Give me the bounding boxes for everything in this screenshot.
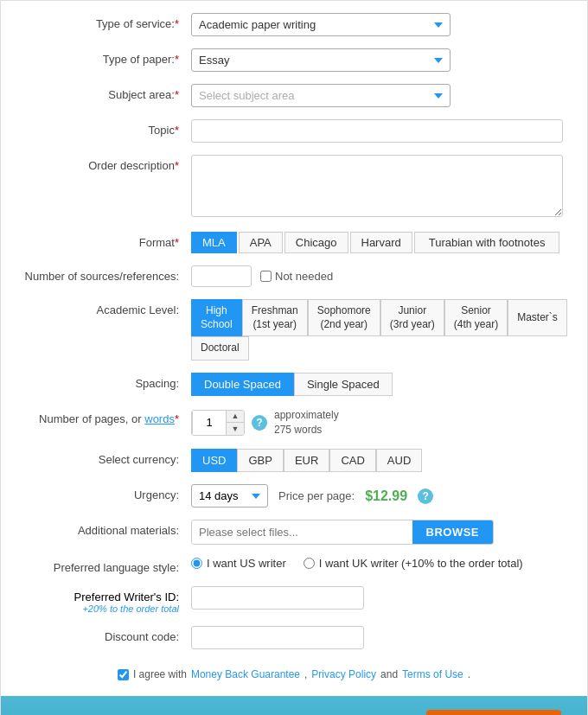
spacing-label: Spacing: xyxy=(18,373,191,390)
subject-area-control: Select subject area Biology Chemistry Hi… xyxy=(191,84,570,107)
pages-down-button[interactable]: ▼ xyxy=(227,423,244,435)
level-senior-button[interactable]: Senior(4th year) xyxy=(444,299,508,336)
level-button-group: HighSchool Freshman(1st year) Sophomore(… xyxy=(191,299,570,361)
language-row: Preferred language style: I want US writ… xyxy=(18,557,570,574)
format-mla-button[interactable]: MLA xyxy=(191,232,237,253)
subject-area-row: Subject area:* Select subject area Biolo… xyxy=(18,84,570,107)
terms-of-use-link[interactable]: Terms of Use xyxy=(402,668,463,680)
words-link[interactable]: words xyxy=(144,412,175,425)
currency-control: USD GBP EUR CAD AUD xyxy=(191,449,570,472)
materials-control: BROWSE xyxy=(191,520,570,545)
materials-label: Additional materials: xyxy=(18,520,191,537)
browse-button[interactable]: BROWSE xyxy=(412,520,494,544)
writer-id-label-col: Preferred Writer's ID: +20% to the order… xyxy=(18,586,191,614)
pages-help-icon[interactable]: ? xyxy=(252,415,267,431)
format-turabian-button[interactable]: Turabian with footnotes xyxy=(414,232,560,253)
spacing-single-button[interactable]: Single Spaced xyxy=(294,373,393,396)
sources-row: Number of sources/references: Not needed xyxy=(18,265,570,287)
format-harvard-button[interactable]: Harvard xyxy=(350,232,412,253)
topic-row: Topic* xyxy=(18,119,570,143)
type-of-service-control: Academic paper writing Editing Proofread… xyxy=(191,13,570,36)
language-control: I want US writer I want UK writer (+10% … xyxy=(191,557,570,570)
agreement-checkbox[interactable] xyxy=(118,669,129,680)
level-doctoral-button[interactable]: Doctoral xyxy=(191,336,249,361)
order-description-textarea[interactable] xyxy=(191,155,563,217)
materials-area: BROWSE xyxy=(191,520,494,545)
currency-row: Select currency: USD GBP EUR CAD AUD xyxy=(18,449,570,472)
writer-id-input[interactable] xyxy=(191,586,364,610)
currency-usd-button[interactable]: USD xyxy=(191,449,237,472)
level-highschool-button[interactable]: HighSchool xyxy=(191,299,242,336)
pages-input[interactable] xyxy=(192,411,227,435)
approx-text: approximately 275 words xyxy=(274,408,339,437)
pages-area: ▲ ▼ ? approximately 275 words xyxy=(191,408,570,437)
pages-label: Number of pages, or words* xyxy=(18,408,191,425)
order-description-label: Order description* xyxy=(18,155,191,172)
topic-label: Topic* xyxy=(18,119,191,137)
next-step-button[interactable]: NEXT STEP xyxy=(426,710,561,715)
money-back-link[interactable]: Money Back Guarantee xyxy=(191,668,300,680)
type-of-paper-select[interactable]: Essay Research Paper Term Paper Disserta… xyxy=(191,48,451,72)
materials-row: Additional materials: BROWSE xyxy=(18,520,570,545)
sources-label: Number of sources/references: xyxy=(18,265,191,283)
urgency-control: 14 days 7 days 5 days 3 days 2 days 1 da… xyxy=(191,484,570,508)
currency-eur-button[interactable]: EUR xyxy=(284,449,329,472)
price-per-page-label: Price per page: xyxy=(278,489,355,502)
spacing-button-group: Double Spaced Single Spaced xyxy=(191,373,570,396)
price-value: $12.99 xyxy=(365,488,407,504)
format-row: Format* MLA APA Chicago Harvard Turabian… xyxy=(18,232,570,253)
order-description-control xyxy=(191,155,570,220)
language-uk-label[interactable]: I want UK writer (+10% to the order tota… xyxy=(304,557,523,570)
academic-level-row: Academic Level: HighSchool Freshman(1st … xyxy=(18,299,570,361)
type-of-service-select[interactable]: Academic paper writing Editing Proofread… xyxy=(191,13,451,36)
writer-id-control xyxy=(191,586,570,610)
spacing-control: Double Spaced Single Spaced xyxy=(191,373,570,396)
currency-cad-button[interactable]: CAD xyxy=(329,449,375,472)
language-radio-group: I want US writer I want UK writer (+10% … xyxy=(191,557,570,570)
academic-level-label: Academic Level: xyxy=(18,299,191,316)
format-apa-button[interactable]: APA xyxy=(239,232,283,253)
pages-row: Number of pages, or words* ▲ ▼ ? approxi… xyxy=(18,408,570,437)
topic-control xyxy=(191,119,570,143)
type-of-paper-row: Type of paper:* Essay Research Paper Ter… xyxy=(18,48,570,72)
form-area: Type of service:* Academic paper writing… xyxy=(1,1,587,696)
main-container: Type of service:* Academic paper writing… xyxy=(0,0,588,715)
spacing-double-button[interactable]: Double Spaced xyxy=(191,373,294,396)
type-of-service-label: Type of service:* xyxy=(18,13,191,30)
not-needed-label[interactable]: Not needed xyxy=(260,270,333,283)
academic-level-control: HighSchool Freshman(1st year) Sophomore(… xyxy=(191,299,570,361)
currency-button-group: USD GBP EUR CAD AUD xyxy=(191,449,570,472)
format-chicago-button[interactable]: Chicago xyxy=(284,232,348,253)
level-junior-button[interactable]: Junior(3rd year) xyxy=(380,299,444,336)
urgency-help-icon[interactable]: ? xyxy=(418,488,433,504)
language-us-label[interactable]: I want US writer xyxy=(191,557,286,570)
pages-arrows: ▲ ▼ xyxy=(227,411,244,435)
sources-input[interactable] xyxy=(191,265,252,287)
writer-id-row: Preferred Writer's ID: +20% to the order… xyxy=(18,586,570,614)
level-sophomore-button[interactable]: Sophomore(2nd year) xyxy=(308,299,380,336)
urgency-select[interactable]: 14 days 7 days 5 days 3 days 2 days 1 da… xyxy=(191,484,268,508)
format-control: MLA APA Chicago Harvard Turabian with fo… xyxy=(191,232,570,253)
order-description-row: Order description* xyxy=(18,155,570,220)
language-us-radio[interactable] xyxy=(191,558,202,569)
materials-input[interactable] xyxy=(192,520,412,544)
not-needed-checkbox[interactable] xyxy=(260,271,272,282)
currency-gbp-button[interactable]: GBP xyxy=(237,449,283,472)
subject-area-select[interactable]: Select subject area Biology Chemistry Hi… xyxy=(191,84,451,107)
currency-label: Select currency: xyxy=(18,449,191,466)
topic-input[interactable] xyxy=(191,119,563,143)
type-of-paper-label: Type of paper:* xyxy=(18,48,191,66)
privacy-policy-link[interactable]: Privacy Policy xyxy=(311,668,376,680)
language-label: Preferred language style: xyxy=(18,557,191,574)
discount-row: Discount code: xyxy=(18,626,570,649)
discount-input[interactable] xyxy=(191,626,364,649)
sources-control: Not needed xyxy=(191,265,570,287)
format-label: Format* xyxy=(18,232,191,249)
sources-area: Not needed xyxy=(191,265,570,287)
currency-aud-button[interactable]: AUD xyxy=(376,449,422,472)
language-uk-radio[interactable] xyxy=(304,558,315,569)
level-masters-button[interactable]: Master`s xyxy=(508,299,567,336)
level-freshman-button[interactable]: Freshman(1st year) xyxy=(242,299,308,336)
pages-up-button[interactable]: ▲ xyxy=(227,411,244,423)
urgency-row: Urgency: 14 days 7 days 5 days 3 days 2 … xyxy=(18,484,570,508)
